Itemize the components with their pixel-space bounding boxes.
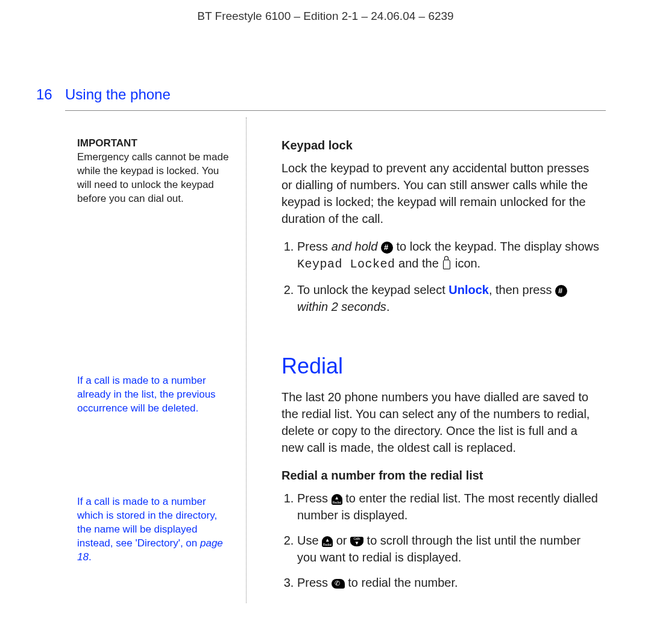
- lock-icon: [443, 260, 450, 269]
- keypad-lock-heading: Keypad lock: [281, 137, 603, 154]
- display-text: Keypad Locked: [297, 257, 395, 271]
- sidebar-note-post: .: [89, 551, 92, 563]
- text: to lock the keypad. The display shows: [393, 240, 599, 253]
- sidebar-note-text: If a call is made to a number already in…: [77, 374, 234, 416]
- text: Press: [297, 492, 332, 505]
- handset-icon: [332, 579, 345, 589]
- keypad-step-1: Press and hold to lock the keypad. The d…: [297, 238, 603, 273]
- important-text: Emergency calls cannot be made while the…: [77, 151, 234, 206]
- up-redial-icon: Redial: [322, 536, 333, 547]
- text-emphasis: within 2 seconds: [297, 300, 386, 313]
- text: icon.: [451, 257, 480, 270]
- text: , then press: [489, 283, 555, 296]
- text: to redial the number.: [345, 576, 458, 589]
- redial-intro: The last 20 phone numbers you have diall…: [281, 389, 603, 456]
- important-label: IMPORTANT: [77, 137, 234, 151]
- redial-steps: Press Redial to enter the redial list. T…: [281, 490, 603, 591]
- icon-sublabel: Redial: [332, 501, 342, 504]
- up-redial-icon: Redial: [332, 494, 342, 505]
- text: or: [333, 534, 350, 547]
- hash-key-icon: [555, 285, 567, 297]
- manual-page: BT Freestyle 6100 – Edition 2-1 – 24.06.…: [0, 0, 651, 644]
- down-calls-icon: Calls: [350, 537, 363, 546]
- text: .: [386, 300, 390, 313]
- sidebar-note-pre: If a call is made to a number which is s…: [77, 496, 217, 549]
- softkey-label: Unlock: [448, 283, 489, 296]
- sidebar-note-important: IMPORTANT Emergency calls cannot be made…: [77, 137, 234, 206]
- keypad-step-2: To unlock the keypad select Unlock, then…: [297, 281, 603, 315]
- horizontal-rule: [65, 110, 606, 111]
- text: Use: [297, 534, 322, 547]
- icon-sublabel: Redial: [322, 543, 333, 546]
- redial-step-1: Press Redial to enter the redial list. T…: [297, 490, 603, 524]
- page-number: 16: [36, 86, 52, 103]
- keypad-lock-steps: Press and hold to lock the keypad. The d…: [281, 238, 603, 315]
- keypad-lock-intro: Lock the keypad to prevent any accidenta…: [281, 160, 603, 227]
- sidebar-note-redial-duplicate: If a call is made to a number already in…: [77, 374, 234, 416]
- redial-step-3: Press to redial the number.: [297, 574, 603, 591]
- redial-step-2: Use Redial or Calls to scroll through th…: [297, 532, 603, 566]
- sidebar-note-text: If a call is made to a number which is s…: [77, 495, 234, 564]
- sidebar-note-directory: If a call is made to a number which is s…: [77, 495, 234, 564]
- text: To unlock the keypad select: [297, 283, 448, 296]
- text: Press: [297, 576, 332, 589]
- text: and the: [395, 257, 442, 270]
- main-content: Keypad lock Lock the keypad to prevent a…: [281, 137, 603, 602]
- section-title: Using the phone: [65, 86, 171, 103]
- vertical-rule: [246, 117, 247, 603]
- text-emphasis: and hold: [332, 240, 378, 253]
- text: Press: [297, 240, 332, 253]
- icon-sublabel: Calls: [350, 537, 363, 540]
- hash-key-icon: [381, 242, 393, 254]
- document-header: BT Freestyle 6100 – Edition 2-1 – 24.06.…: [0, 0, 651, 23]
- redial-heading: Redial: [281, 351, 603, 381]
- redial-sub-heading: Redial a number from the redial list: [281, 467, 603, 484]
- text: to enter the redial list. The most recen…: [297, 492, 598, 522]
